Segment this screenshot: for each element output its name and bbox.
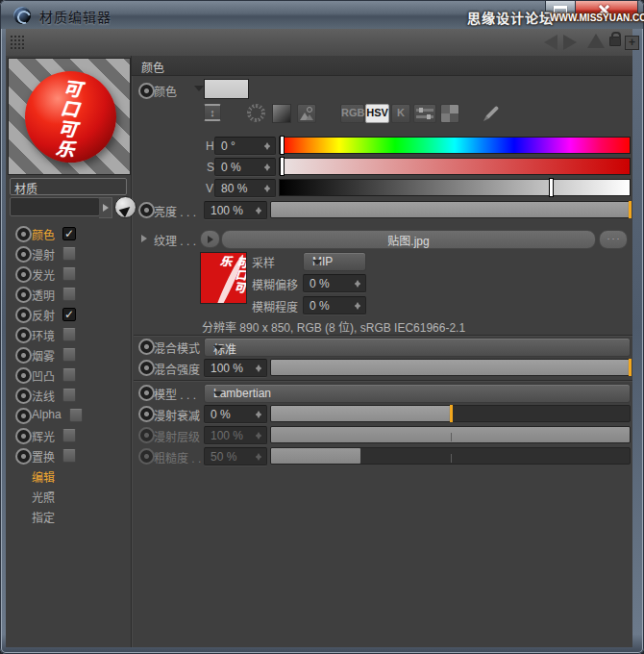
channel-row-alpha[interactable]: Alpha [6, 405, 131, 424]
channel-row-reflectance[interactable]: 反射 ✓ [6, 304, 131, 323]
spinner-icon[interactable] [355, 278, 361, 289]
texture-layer-button[interactable] [200, 230, 220, 248]
spinner-icon[interactable] [264, 140, 271, 152]
channel-checkbox[interactable] [62, 247, 76, 261]
slider-handle[interactable] [629, 359, 632, 376]
channel-label[interactable]: 辉光 [32, 428, 55, 444]
diffuse-falloff-field[interactable]: 0 % [204, 405, 267, 423]
brightness-slider[interactable] [270, 201, 631, 218]
material-name-input[interactable]: 材质 [10, 178, 127, 195]
channel-checkbox[interactable]: ✓ [62, 308, 76, 321]
blur-offset-field[interactable]: 0 % [303, 274, 366, 292]
spinner-icon[interactable] [264, 183, 271, 194]
channel-row-fog[interactable]: 烟雾 [6, 344, 131, 364]
channel-label[interactable]: 颜色 [32, 226, 55, 242]
channel-label[interactable]: 凹凸 [32, 367, 55, 384]
channel-checkbox[interactable] [62, 348, 76, 362]
nav-forward-icon[interactable] [563, 35, 577, 50]
value-value-field[interactable]: 80 % [214, 179, 276, 197]
spinner-icon[interactable] [256, 205, 262, 216]
mix-strength-field[interactable]: 100 % [204, 359, 267, 377]
channel-label[interactable]: 透明 [32, 287, 55, 303]
material-preview[interactable]: 可口可乐 [8, 58, 131, 175]
saturation-value-field[interactable]: 0 % [214, 158, 276, 176]
channel-checkbox[interactable]: ✓ [62, 227, 76, 240]
hue-value-field[interactable]: 0 ° [214, 137, 276, 155]
channel-row-environment[interactable]: 环境 [6, 324, 131, 343]
channel-row-displacement[interactable]: 置换 [6, 445, 131, 465]
channel-label[interactable]: 漫射 [32, 246, 55, 263]
channel-checkbox[interactable] [62, 389, 76, 402]
texture-expander-icon[interactable] [141, 235, 151, 242]
texture-thumbnail[interactable]: 可口可乐 [200, 252, 247, 304]
channel-checkbox[interactable] [69, 409, 83, 422]
value-slider[interactable] [279, 179, 631, 196]
lock-icon[interactable] [609, 37, 621, 46]
rgb-mode-button[interactable]: RGB [340, 104, 364, 123]
channel-checkbox[interactable] [62, 328, 76, 341]
material-select[interactable] [10, 197, 100, 216]
roughness-knob-icon [138, 448, 155, 465]
mix-mode-dropdown[interactable]: 标准 [204, 338, 631, 357]
gradient-mode-icon[interactable] [272, 104, 291, 123]
channel-row-normal[interactable]: 法线 [6, 385, 131, 404]
channel-label[interactable]: 法线 [32, 388, 55, 404]
channel-label[interactable]: 烟雾 [32, 347, 55, 364]
mix-strength-slider[interactable] [270, 359, 631, 376]
collapse-arrow-icon[interactable] [194, 86, 204, 96]
channel-label[interactable]: 环境 [32, 327, 55, 343]
channel-row-luminance[interactable]: 发光 [6, 264, 131, 283]
material-select-arrow-icon[interactable] [99, 197, 112, 218]
channel-label[interactable]: 发光 [32, 266, 55, 283]
model-dropdown[interactable]: Lambertian [204, 384, 631, 403]
spinner-icon[interactable] [355, 300, 361, 312]
diffuse-falloff-slider[interactable] [270, 405, 631, 422]
brightness-value-field[interactable]: 100 % [204, 201, 267, 219]
hsv-mode-button[interactable]: HSV [365, 104, 389, 123]
channel-checkbox[interactable] [62, 429, 76, 442]
channel-knob-icon [15, 307, 32, 323]
spinner-icon[interactable] [264, 162, 271, 173]
channel-label[interactable]: Alpha [32, 408, 62, 421]
blur-scale-field[interactable]: 0 % [303, 296, 366, 314]
channel-checkbox[interactable] [62, 288, 76, 301]
channel-row-transparency[interactable]: 透明 [6, 284, 131, 303]
image-mode-icon[interactable] [297, 104, 316, 123]
channel-row-glow[interactable]: 辉光 [6, 425, 131, 444]
hue-marker[interactable] [280, 136, 285, 155]
mixer-icon[interactable] [413, 104, 436, 123]
swatches-icon[interactable] [440, 104, 459, 123]
channel-row-color[interactable]: 颜色 ✓ [6, 223, 131, 242]
channel-label[interactable]: 置换 [32, 448, 55, 465]
slider-handle[interactable] [450, 405, 453, 422]
add-icon[interactable]: + [625, 36, 639, 50]
spinner-icon[interactable] [256, 363, 262, 374]
page-assign[interactable]: 指定 [32, 509, 55, 525]
color-swatch[interactable] [204, 79, 249, 99]
slider-handle[interactable] [629, 201, 632, 218]
texture-browse-button[interactable]: . . . [599, 230, 628, 249]
channel-label[interactable]: 反射 [32, 307, 55, 323]
page-edit[interactable]: 编辑 [32, 468, 55, 485]
channel-row-bump[interactable]: 凹凸 [6, 365, 131, 384]
color-wheel-icon[interactable] [247, 104, 265, 122]
hue-slider[interactable] [279, 137, 631, 154]
nav-back-icon[interactable] [544, 35, 557, 50]
saturation-slider[interactable] [279, 158, 631, 175]
drag-handle-icon[interactable] [10, 35, 25, 50]
saturation-marker[interactable] [280, 157, 285, 176]
spinner-icon [256, 430, 262, 441]
channel-row-diffusion[interactable]: 漫射 [6, 243, 131, 263]
k-mode-button[interactable]: K [391, 104, 410, 123]
channel-checkbox[interactable] [62, 267, 76, 281]
spinner-icon[interactable] [256, 409, 262, 420]
page-illumination[interactable]: 光照 [32, 489, 55, 505]
compact-mode-icon[interactable]: ↕ [204, 104, 221, 121]
channel-checkbox[interactable] [62, 368, 76, 382]
channel-checkbox[interactable] [62, 449, 76, 463]
texture-file-button[interactable]: 贴图.jpg [221, 230, 596, 249]
pick-material-button[interactable] [114, 196, 136, 218]
eyedropper-icon[interactable] [476, 100, 505, 129]
sampling-dropdown[interactable]: MIP [303, 252, 366, 271]
value-marker[interactable] [549, 178, 554, 197]
